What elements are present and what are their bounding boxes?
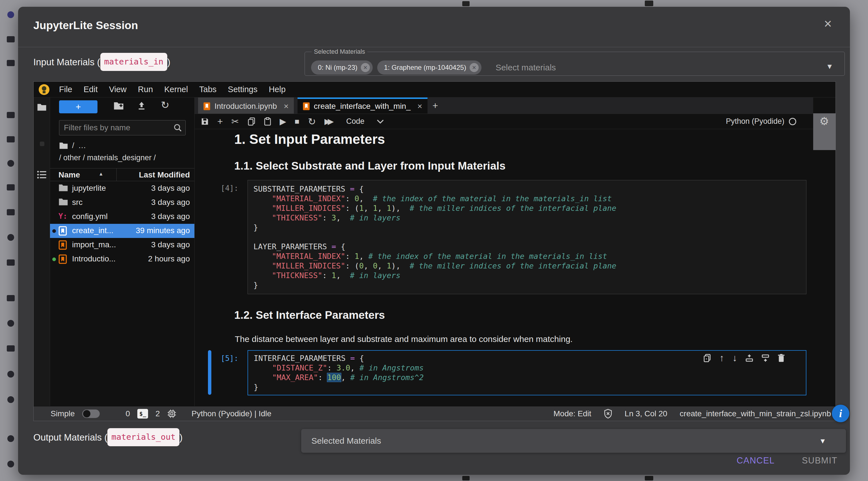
home-folder-icon[interactable] xyxy=(59,142,68,149)
mode-indicator[interactable]: Mode: Edit xyxy=(554,409,591,418)
jupyter-body: + ↻ xyxy=(34,97,836,406)
menu-view[interactable]: View xyxy=(103,85,132,94)
chevron-down-icon[interactable]: ▼ xyxy=(826,62,833,71)
notebook-area: 1. Set Input Parameters 1.1. Select Subs… xyxy=(195,129,813,406)
file-modified: 3 days ago xyxy=(151,198,190,207)
stop-kernel-icon[interactable]: ■ xyxy=(295,117,300,126)
file-name: jupyterlite xyxy=(72,184,106,193)
file-row-introduction[interactable]: Introductio... 2 hours ago xyxy=(50,252,194,266)
insert-cell-below-icon[interactable] xyxy=(762,354,769,362)
menu-file[interactable]: File xyxy=(53,85,78,94)
restart-run-all-icon[interactable]: ▶▶ xyxy=(324,117,331,126)
tab-bar: Introduction.ipynb × create_interface_wi… xyxy=(195,97,813,114)
add-tab-icon[interactable]: + xyxy=(428,100,443,111)
active-cell-collapser[interactable] xyxy=(208,350,211,395)
background-app-icon xyxy=(7,234,14,241)
chevron-down-icon: ▼ xyxy=(819,437,826,445)
cell-type-select[interactable]: Code xyxy=(346,117,365,126)
background-app-icon xyxy=(7,295,15,301)
materials-out-code-chip: materials_out xyxy=(107,428,179,446)
remove-chip-icon[interactable]: × xyxy=(361,63,370,72)
refresh-icon[interactable]: ↻ xyxy=(161,99,169,111)
file-row-import-material[interactable]: import_ma... 3 days ago xyxy=(50,238,194,252)
remove-chip-icon[interactable]: × xyxy=(470,63,478,72)
search-icon xyxy=(174,123,182,132)
close-icon[interactable]: × xyxy=(824,17,832,31)
tab-introduction-ipynb[interactable]: Introduction.ipynb × xyxy=(198,97,294,114)
kernel-idle-dot xyxy=(52,258,56,261)
menu-help[interactable]: Help xyxy=(263,85,291,94)
insert-cell-above-icon[interactable] xyxy=(745,354,753,362)
duplicate-cell-icon[interactable] xyxy=(703,354,711,362)
column-name[interactable]: Name xyxy=(59,171,80,179)
folder-icon xyxy=(59,184,68,191)
file-row-jupyterlite[interactable]: jupyterlite 3 days ago xyxy=(50,181,194,196)
table-of-contents-tab-icon[interactable] xyxy=(37,171,46,179)
move-cell-up-icon[interactable]: ↑ xyxy=(719,353,724,363)
save-icon[interactable] xyxy=(201,118,209,125)
background-app-icon xyxy=(7,136,15,143)
cancel-button[interactable]: CANCEL xyxy=(737,456,775,466)
kernel-name[interactable]: Python (Pyodide) xyxy=(726,117,784,126)
cursor-position[interactable]: Ln 3, Col 20 xyxy=(625,409,668,418)
cut-cells-icon[interactable]: ✂ xyxy=(231,116,239,127)
menu-tabs[interactable]: Tabs xyxy=(193,85,222,94)
filter-files-input[interactable] xyxy=(64,120,168,135)
file-row-config-yml[interactable]: Y: config.yml 3 days ago xyxy=(50,210,194,224)
restart-kernel-icon[interactable]: ↻ xyxy=(308,116,316,127)
sort-asc-icon[interactable]: ▲ xyxy=(99,171,103,177)
menu-run[interactable]: Run xyxy=(132,85,158,94)
file-modified: 3 days ago xyxy=(151,240,190,249)
simple-mode-toggle[interactable] xyxy=(82,410,100,418)
terminal-icon[interactable]: $_ xyxy=(137,409,148,419)
menu-edit[interactable]: Edit xyxy=(78,85,103,94)
background-app-icon xyxy=(7,36,15,42)
upload-icon[interactable] xyxy=(137,101,146,111)
selected-materials-legend: Selected Materials xyxy=(312,48,367,55)
column-last-modified[interactable]: Last Modified xyxy=(139,171,190,179)
file-row-src[interactable]: src 3 days ago xyxy=(50,196,194,210)
chevron-down-icon[interactable] xyxy=(377,120,384,123)
close-tab-icon[interactable]: × xyxy=(417,101,423,111)
kernel-status-text[interactable]: Python (Pyodide) | Idle xyxy=(192,409,272,418)
background-app-icon xyxy=(462,1,470,6)
background-app-icon xyxy=(7,209,15,215)
simple-mode-label: Simple xyxy=(51,409,75,418)
input-materials-select[interactable]: Selected Materials 0: Ni (mp-23) × 1: Gr… xyxy=(305,48,845,76)
breadcrumb-ellipsis[interactable]: … xyxy=(78,141,86,150)
kernel-indicator: Python (Pyodide) xyxy=(726,117,796,126)
menu-kernel[interactable]: Kernel xyxy=(158,85,193,94)
file-name: Introductio... xyxy=(72,254,116,263)
paste-cells-icon[interactable] xyxy=(264,117,271,126)
submit-button[interactable]: SUBMIT xyxy=(802,456,837,466)
material-chip[interactable]: 1: Graphene (mp-1040425) × xyxy=(377,60,482,74)
close-tab-icon[interactable]: × xyxy=(284,101,289,111)
delete-cell-icon[interactable] xyxy=(778,354,785,362)
menu-settings[interactable]: Settings xyxy=(222,85,263,94)
output-materials-select[interactable]: Selected Materials ▼ xyxy=(301,429,846,453)
yaml-file-icon: Y: xyxy=(59,212,67,220)
breadcrumb-path[interactable]: / other / materials_designer / xyxy=(59,153,156,162)
notebook-tab-icon xyxy=(303,102,310,111)
file-browser-tab-icon[interactable] xyxy=(37,103,46,111)
new-launcher-button[interactable]: + xyxy=(59,100,97,113)
breadcrumb-root[interactable]: / xyxy=(72,141,74,150)
background-app-icon xyxy=(7,461,14,468)
output-materials-prefix: Output Materials ( xyxy=(33,432,107,443)
new-folder-icon[interactable] xyxy=(114,101,124,110)
move-cell-down-icon[interactable]: ↓ xyxy=(733,353,737,363)
copy-cells-icon[interactable] xyxy=(248,117,255,126)
cpu-chip-icon[interactable] xyxy=(167,409,176,418)
gear-icon[interactable]: ⚙ xyxy=(819,115,829,127)
kernel-status-icon[interactable] xyxy=(789,118,796,125)
run-cell-icon[interactable]: ▶ xyxy=(280,116,286,126)
tab-create-interface[interactable]: create_interface_with_min_ × xyxy=(298,97,428,114)
output-select-label: Selected Materials xyxy=(311,429,381,453)
info-button[interactable]: i xyxy=(832,405,849,422)
add-cell-icon[interactable]: + xyxy=(217,116,223,127)
material-chip[interactable]: 0: Ni (mp-23) × xyxy=(311,60,373,74)
trust-shield-icon[interactable] xyxy=(604,409,612,419)
jupyterlite-logo-icon xyxy=(39,84,50,95)
code-cell-4[interactable]: SUBSTRATE_PARAMETERS = { "MATERIAL_INDEX… xyxy=(248,180,806,294)
file-row-create-interface[interactable]: create_int... 39 minutes ago xyxy=(50,224,194,238)
